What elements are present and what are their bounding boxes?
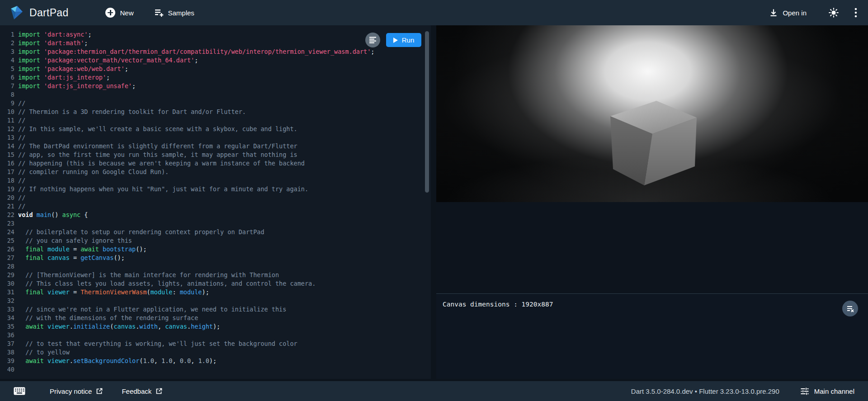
line-number: 1 — [0, 30, 18, 39]
line-number: 27 — [0, 254, 18, 262]
run-button[interactable]: Run — [386, 33, 421, 47]
code-line: 26 final module = await bootstrap(); — [0, 245, 431, 254]
code-line: 3import 'package:thermion_dart/thermion_… — [0, 47, 431, 56]
line-number: 31 — [0, 288, 18, 297]
line-number: 38 — [0, 348, 18, 357]
line-number: 39 — [0, 357, 18, 365]
line-number: 13 — [0, 133, 18, 142]
main-area: 1import 'dart:async';2import 'dart:math'… — [0, 25, 868, 379]
code-line: 36 — [0, 331, 431, 340]
line-number: 21 — [0, 202, 18, 211]
new-button-label: New — [120, 9, 133, 17]
line-number: 18 — [0, 176, 18, 185]
code-line: 16// happening (this is because we aren'… — [0, 159, 431, 168]
code-line: 40 — [0, 365, 431, 374]
open-in-label: Open in — [783, 9, 807, 17]
plus-circle-icon — [105, 8, 115, 18]
play-icon — [393, 38, 398, 43]
code-editor[interactable]: 1import 'dart:async';2import 'dart:math'… — [0, 25, 431, 374]
output-panel: Canvas dimensions : 868x401 — [436, 25, 868, 379]
line-number: 12 — [0, 125, 18, 133]
line-number: 30 — [0, 279, 18, 288]
editor-scrollbar[interactable] — [425, 31, 429, 193]
line-number: 37 — [0, 340, 18, 348]
code-line: 32 — [0, 297, 431, 305]
code-line: 39 await viewer.setBackgroundColor(1.0, … — [0, 357, 431, 365]
code-line: 4import 'package:vector_math/vector_math… — [0, 56, 431, 65]
sdk-version-text: Dart 3.5.0-284.0.dev • Flutter 3.23.0-13… — [631, 387, 779, 395]
code-line: 34 // with the dimensions of the renderi… — [0, 314, 431, 322]
code-line: 20// — [0, 193, 431, 202]
line-number: 5 — [0, 65, 18, 73]
code-line: 13// — [0, 133, 431, 142]
console-panel: Canvas dimensions : 868x401 — [436, 293, 868, 379]
line-number: 3 — [0, 47, 18, 56]
feedback-label: Feedback — [122, 387, 151, 395]
code-line: 27 final canvas = getCanvas(); — [0, 254, 431, 262]
feedback-link[interactable]: Feedback — [122, 387, 162, 395]
line-number: 40 — [0, 365, 18, 374]
code-line: 12// In this sample, we'll create a basi… — [0, 125, 431, 133]
line-number: 23 — [0, 219, 18, 228]
cube-3d — [436, 25, 868, 202]
code-line: 31 final viewer = ThermionViewerWasm(mod… — [0, 288, 431, 297]
format-button[interactable] — [365, 33, 380, 47]
privacy-notice-link[interactable]: Privacy notice — [50, 387, 103, 395]
line-number: 33 — [0, 305, 18, 314]
line-number: 25 — [0, 236, 18, 245]
line-number: 28 — [0, 262, 18, 271]
code-line: 15// app, so the first time you run this… — [0, 151, 431, 159]
run-button-label: Run — [402, 36, 415, 44]
line-number: 8 — [0, 90, 18, 99]
brightness-toggle[interactable] — [826, 5, 841, 20]
code-line: 17// compiler running on Google Cloud Ru… — [0, 168, 431, 176]
line-number: 2 — [0, 39, 18, 47]
code-line: 23 — [0, 219, 431, 228]
download-icon — [769, 8, 778, 17]
format-icon — [369, 37, 377, 43]
external-link-icon — [96, 388, 103, 395]
line-number: 14 — [0, 142, 18, 151]
code-line: 35 await viewer.initialize(canvas.width,… — [0, 322, 431, 331]
line-number: 15 — [0, 151, 18, 159]
line-number: 6 — [0, 73, 18, 82]
channel-selector[interactable]: Main channel — [800, 387, 854, 396]
keyboard-shortcuts-button[interactable] — [12, 385, 27, 397]
console-output: Canvas dimensions : 868x401 — [443, 301, 862, 308]
render-canvas[interactable] — [436, 25, 868, 202]
code-line: 37 // to test that everything is working… — [0, 340, 431, 348]
code-line: 38 // to yellow — [0, 348, 431, 357]
code-line: 7import 'dart:js_interop_unsafe'; — [0, 82, 431, 90]
line-number: 16 — [0, 159, 18, 168]
code-line: 24 // boilerplate to setup our rendering… — [0, 228, 431, 236]
status-bar: Privacy notice Feedback Dart 3.5.0-284.0… — [0, 381, 868, 401]
line-number: 4 — [0, 56, 18, 65]
line-number: 19 — [0, 185, 18, 193]
code-line: 10// Thermion is a 3D rendering toolkit … — [0, 108, 431, 116]
line-number: 7 — [0, 82, 18, 90]
overflow-menu-icon — [854, 8, 857, 18]
line-number: 10 — [0, 108, 18, 116]
open-in-button[interactable]: Open in — [769, 8, 807, 17]
code-line: 30 // This class lets you load assets, l… — [0, 279, 431, 288]
new-button[interactable]: New — [105, 8, 133, 18]
clear-console-button[interactable] — [842, 301, 858, 316]
line-number: 36 — [0, 331, 18, 340]
status-bar-right: Dart 3.5.0-284.0.dev • Flutter 3.23.0-13… — [631, 387, 854, 396]
code-line: 29 // [ThermionViewer] is the main inter… — [0, 271, 431, 279]
code-line: 28 — [0, 262, 431, 271]
code-line: 21// — [0, 202, 431, 211]
line-number: 29 — [0, 271, 18, 279]
privacy-notice-label: Privacy notice — [50, 387, 92, 395]
keyboard-icon — [14, 387, 25, 395]
clear-console-icon — [846, 305, 854, 313]
line-number: 20 — [0, 193, 18, 202]
overflow-menu-button[interactable] — [853, 6, 859, 19]
code-line: 25 // you can safely ignore this — [0, 236, 431, 245]
app-title: DartPad — [29, 7, 68, 19]
line-number: 26 — [0, 245, 18, 254]
samples-button[interactable]: Samples — [155, 9, 194, 17]
external-link-icon — [156, 388, 162, 395]
channel-label: Main channel — [814, 387, 854, 395]
line-number: 32 — [0, 297, 18, 305]
